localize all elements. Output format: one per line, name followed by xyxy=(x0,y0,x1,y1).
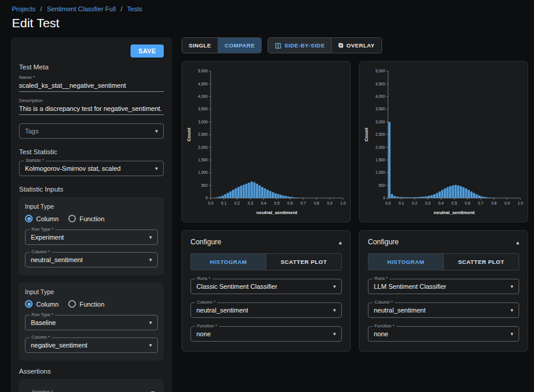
statistic-value: Kolmogorov-Smirnov stat, scaled xyxy=(25,165,120,172)
single-mode-button[interactable]: SINGLE xyxy=(182,38,218,53)
function-label: Function * xyxy=(373,323,396,329)
svg-text:500: 500 xyxy=(379,183,385,187)
radio-function[interactable]: Function xyxy=(68,300,104,308)
configure-title: Configure xyxy=(190,238,221,246)
page-title: Edit Test xyxy=(12,16,534,30)
svg-text:0.1: 0.1 xyxy=(221,201,227,205)
chevron-down-icon: ▾ xyxy=(145,257,152,263)
collapse-icon[interactable]: ▴ xyxy=(339,239,342,246)
histogram-chart-right: 05001,0001,5002,0002,5003,0003,5004,0004… xyxy=(362,64,525,219)
svg-text:0.4: 0.4 xyxy=(261,201,266,205)
svg-text:0: 0 xyxy=(205,196,208,200)
input-type-radio-group: Column Function xyxy=(25,215,158,222)
input-type-title: Input Type xyxy=(25,203,158,210)
configure-title: Configure xyxy=(368,238,399,246)
svg-text:0.7: 0.7 xyxy=(478,201,484,205)
collapse-icon[interactable]: ▴ xyxy=(516,239,519,246)
chevron-down-icon: ▾ xyxy=(145,342,152,348)
run-type-label: Run Type * xyxy=(30,227,55,232)
runs-select[interactable]: Runs * Classic Sentiment Classifier ▾ xyxy=(190,279,342,294)
tab-scatter-plot[interactable]: SCATTER PLOT xyxy=(443,254,519,270)
configure-panel-left: Configure ▴ HISTOGRAM SCATTER PLOT Runs … xyxy=(182,230,351,352)
tab-scatter-plot[interactable]: SCATTER PLOT xyxy=(266,254,341,270)
svg-text:1.0: 1.0 xyxy=(517,201,523,205)
configure-row: Configure ▴ HISTOGRAM SCATTER PLOT Runs … xyxy=(182,230,528,352)
function-select[interactable]: Function * none ▾ xyxy=(368,326,519,342)
chevron-down-icon: ▾ xyxy=(145,320,152,326)
statistic-select[interactable]: Statistic * Kolmogorov-Smirnov stat, sca… xyxy=(19,161,164,176)
view-button-group: ◫ SIDE-BY-SIDE ⧉ OVERLAY xyxy=(268,37,382,53)
svg-text:0.7: 0.7 xyxy=(301,201,306,205)
svg-text:0: 0 xyxy=(383,196,385,200)
name-field[interactable]: Name * scaled_ks_stat__negative_sentimen… xyxy=(19,75,164,92)
svg-text:1,500: 1,500 xyxy=(198,158,208,162)
tab-histogram[interactable]: HISTOGRAM xyxy=(368,254,443,270)
svg-text:0.5: 0.5 xyxy=(274,201,279,205)
chart-type-tabs: HISTOGRAM SCATTER PLOT xyxy=(190,253,342,270)
breadcrumb-link-tests[interactable]: Tests xyxy=(127,5,142,12)
column-value: neutral_sentiment xyxy=(374,307,425,314)
section-test-statistic: Test Statistic xyxy=(19,148,164,155)
svg-text:1,000: 1,000 xyxy=(376,170,386,174)
radio-column[interactable]: Column xyxy=(25,215,59,222)
overlay-icon: ⧉ xyxy=(338,42,343,49)
radio-selected-icon xyxy=(25,300,33,308)
description-field[interactable]: Description This is a discrepancy test f… xyxy=(19,98,164,115)
column-select[interactable]: Column * negative_sentiment ▾ xyxy=(25,337,158,353)
column-select[interactable]: Column * neutral_sentiment ▾ xyxy=(25,252,158,267)
configure-header[interactable]: Configure ▴ xyxy=(368,238,519,246)
svg-text:Count: Count xyxy=(364,128,369,141)
description-value[interactable]: This is a discrepancy test for negative_… xyxy=(19,105,164,115)
chevron-down-icon: ▾ xyxy=(329,283,336,289)
save-button[interactable]: SAVE xyxy=(131,44,164,58)
run-type-select[interactable]: Run Type * Experiment ▾ xyxy=(25,230,158,245)
overlay-button[interactable]: ⧉ OVERLAY xyxy=(331,38,381,53)
column-select[interactable]: Column * neutral_sentiment ▾ xyxy=(368,302,519,318)
breadcrumb-link-project[interactable]: Sentiment Classfier Full xyxy=(47,5,116,12)
breadcrumb-link-projects[interactable]: Projects xyxy=(12,5,36,12)
charts-row: 05001,0001,5002,0002,5003,0003,5004,0004… xyxy=(182,61,528,222)
run-type-label: Run Type * xyxy=(30,312,55,317)
svg-text:0.0: 0.0 xyxy=(385,201,390,205)
svg-text:2,000: 2,000 xyxy=(376,145,386,149)
histogram-card-right: 05001,0001,5002,0002,5003,0003,5004,0004… xyxy=(359,61,528,222)
svg-text:0.5: 0.5 xyxy=(452,201,457,205)
runs-label: Runs * xyxy=(373,276,390,281)
svg-text:Count: Count xyxy=(186,128,192,141)
column-select[interactable]: Column * neutral_sentiment ▾ xyxy=(190,302,342,318)
run-type-select[interactable]: Run Type * Baseline ▾ xyxy=(25,315,158,330)
runs-select[interactable]: Runs * LLM Sentiment Classifier ▾ xyxy=(368,279,519,294)
svg-text:1.0: 1.0 xyxy=(340,201,345,205)
svg-text:4,000: 4,000 xyxy=(198,94,208,98)
column-label: Column * xyxy=(373,299,395,305)
function-select[interactable]: Function * none ▾ xyxy=(190,326,342,342)
run-type-value: Experiment xyxy=(31,234,64,241)
section-assertions: Assertions xyxy=(19,368,164,375)
radio-unselected-icon xyxy=(68,300,76,308)
svg-text:3,500: 3,500 xyxy=(376,107,386,111)
histogram-card-left: 05001,0001,5002,0002,5003,0003,5004,0004… xyxy=(182,61,351,222)
svg-text:0.4: 0.4 xyxy=(438,201,444,205)
runs-value: LLM Sentiment Classifier xyxy=(374,283,446,290)
breadcrumb-separator: / xyxy=(120,5,122,12)
svg-text:0.2: 0.2 xyxy=(234,201,240,205)
svg-text:5,000: 5,000 xyxy=(198,69,208,73)
assertion-card: Assertion * less than ▾ − other * 0.1 xyxy=(19,379,164,392)
side-by-side-button[interactable]: ◫ SIDE-BY-SIDE xyxy=(268,38,331,53)
name-value[interactable]: scaled_ks_stat__negative_sentiment xyxy=(19,82,164,92)
svg-text:0.3: 0.3 xyxy=(247,201,253,205)
tab-histogram[interactable]: HISTOGRAM xyxy=(191,254,266,270)
configure-header[interactable]: Configure ▴ xyxy=(190,238,342,246)
compare-mode-button[interactable]: COMPARE xyxy=(218,38,262,53)
svg-text:2,000: 2,000 xyxy=(198,145,208,149)
radio-function[interactable]: Function xyxy=(68,215,104,222)
tags-select[interactable]: Tags ▾ xyxy=(19,123,164,139)
column-label: Column * xyxy=(30,249,52,254)
svg-text:0.2: 0.2 xyxy=(412,201,417,205)
radio-column[interactable]: Column xyxy=(25,300,59,308)
chevron-down-icon: ▾ xyxy=(507,331,513,337)
statistic-label: Statistic * xyxy=(24,158,46,163)
column-value: negative_sentiment xyxy=(31,342,87,349)
svg-text:500: 500 xyxy=(201,183,208,187)
breadcrumb: Projects / Sentiment Classfier Full / Te… xyxy=(12,5,534,12)
